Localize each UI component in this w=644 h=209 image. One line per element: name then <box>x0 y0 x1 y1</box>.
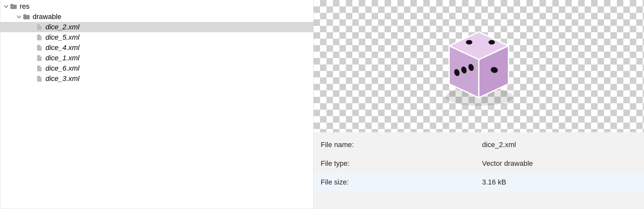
info-key: File size: <box>321 178 482 186</box>
svg-point-4 <box>466 40 472 45</box>
file-icon <box>35 24 44 30</box>
tree-folder-res[interactable]: res <box>0 1 313 12</box>
info-key: File type: <box>321 159 482 168</box>
tree-label: dice_4.xml <box>44 44 79 52</box>
chevron-down-icon[interactable] <box>3 4 9 9</box>
tree-label: dice_3.xml <box>44 75 79 83</box>
detail-panel: File name: dice_2.xml File type: Vector … <box>314 0 644 209</box>
chevron-down-icon[interactable] <box>16 15 22 19</box>
tree-file[interactable]: dice_1.xml <box>0 53 313 63</box>
file-icon <box>35 65 44 72</box>
tree-file[interactable]: dice_6.xml <box>0 63 313 74</box>
svg-point-5 <box>488 40 495 45</box>
tree-label: drawable <box>31 13 61 21</box>
info-value: 3.16 kB <box>482 178 506 186</box>
info-value: Vector drawable <box>482 159 533 168</box>
file-icon <box>35 75 44 82</box>
dice-icon <box>437 24 521 108</box>
tree-folder-drawable[interactable]: drawable <box>0 12 313 22</box>
file-icon <box>35 55 44 61</box>
info-row-filename: File name: dice_2.xml <box>314 135 644 154</box>
file-icon <box>35 45 44 51</box>
info-value: dice_2.xml <box>482 141 516 149</box>
info-row-filetype: File type: Vector drawable <box>314 154 644 173</box>
tree-label: dice_2.xml <box>44 23 79 31</box>
folder-icon <box>9 4 18 9</box>
project-tree: res drawable dice_2.xml <box>0 0 313 84</box>
project-tree-panel: res drawable dice_2.xml <box>0 0 314 209</box>
tree-label: dice_5.xml <box>44 33 79 42</box>
info-key: File name: <box>321 141 482 149</box>
tree-file[interactable]: dice_4.xml <box>0 43 313 53</box>
tree-file[interactable]: dice_2.xml <box>0 22 313 32</box>
image-preview <box>314 0 644 132</box>
app-root: res drawable dice_2.xml <box>0 0 644 209</box>
file-info-table: File name: dice_2.xml File type: Vector … <box>314 132 644 209</box>
tree-file[interactable]: dice_3.xml <box>0 74 313 84</box>
info-row-filesize: File size: 3.16 kB <box>314 173 644 192</box>
tree-label: res <box>18 2 30 11</box>
tree-label: dice_1.xml <box>44 54 79 62</box>
tree-file[interactable]: dice_5.xml <box>0 32 313 43</box>
tree-label: dice_6.xml <box>44 64 79 73</box>
file-icon <box>35 34 44 41</box>
folder-icon <box>22 14 31 20</box>
